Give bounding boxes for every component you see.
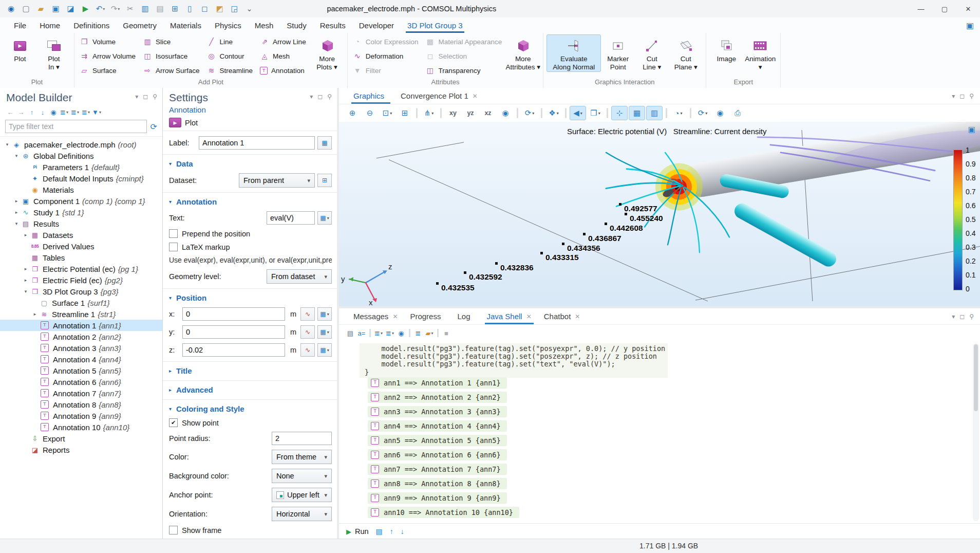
shell-result-row[interactable]: T ann1 ==> Annotation 1 {ann1} <box>368 377 519 389</box>
qat-more-icon[interactable]: ⌄ <box>242 2 256 15</box>
go-to-source-button[interactable]: ⊞ <box>317 174 332 187</box>
shell-result-row[interactable]: T ann2 ==> Annotation 2 {ann2} <box>368 392 519 403</box>
maximize-button[interactable]: ▢ <box>933 0 956 17</box>
menu-tab[interactable]: Geometry <box>116 17 163 33</box>
tree-item[interactable]: T Annotation 6 {ann6} <box>0 376 162 388</box>
tree-filter-input[interactable] <box>5 120 147 133</box>
tree-item[interactable]: ◉ Materials <box>0 184 162 195</box>
console-tab[interactable]: Chatbot✕ <box>538 308 587 324</box>
menu-tab[interactable]: Developer <box>352 17 401 33</box>
save-as-icon[interactable]: ◪ <box>64 2 78 15</box>
menu-tab[interactable]: Home <box>33 17 67 33</box>
float-panel-icon[interactable]: ◻ <box>959 93 965 100</box>
plot-in-button[interactable]: PlotIn ▾ <box>37 34 71 72</box>
color-legend-icon[interactable]: ▥ <box>646 106 663 120</box>
range-button[interactable]: ∿ <box>300 325 315 339</box>
move-up-icon[interactable]: ↑ <box>27 106 37 118</box>
show-frame-row[interactable]: Show frame <box>169 526 332 534</box>
comsol-logo[interactable]: ◉ <box>4 2 18 15</box>
evaluate-along-normal-button[interactable]: EvaluateAlong Normal <box>546 34 601 72</box>
graphics-tab[interactable]: Graphics <box>347 88 394 104</box>
panel-menu-icon[interactable]: ▾ <box>952 93 955 100</box>
tree-item[interactable]: ▾ ❒ 3D Plot Group 3 {pg3} <box>0 286 162 297</box>
panel-menu-icon[interactable]: ▾ <box>952 313 955 320</box>
menu-tab[interactable]: Materials <box>163 17 208 33</box>
view-menu-icon[interactable]: ❖ <box>545 106 562 120</box>
volume-item[interactable]: ❒ Volume <box>78 36 140 47</box>
tree-item[interactable]: ▸ ▣ Component 1 (comp 1) {comp 1} <box>0 195 162 207</box>
tree-expander-icon[interactable]: ▸ <box>22 278 30 283</box>
anchor-point-select[interactable]: Upper left <box>272 488 332 502</box>
tree-item[interactable]: ▸ ▦ Datasets <box>0 229 162 241</box>
toolbar-separator[interactable] <box>565 108 567 118</box>
duplicate-icon[interactable]: ⊞ <box>168 2 182 15</box>
label-input[interactable] <box>199 136 315 150</box>
streamline-item[interactable]: ≋ Streamline <box>205 65 257 76</box>
snapshot-icon[interactable]: ◉ <box>712 106 728 120</box>
history-up-icon[interactable]: ↑ <box>390 527 393 536</box>
range-button[interactable]: ∿ <box>300 343 315 357</box>
shell-result-row[interactable]: T ann3 ==> Annotation 3 {ann3} <box>368 406 519 417</box>
isosurface-item[interactable]: ◫ Isosurface <box>141 51 204 61</box>
latex-markup-checkbox[interactable] <box>169 243 178 251</box>
annotation-item[interactable]: T Annotation <box>258 66 310 76</box>
menu-tab[interactable]: Definitions <box>67 17 116 33</box>
menu-tab[interactable]: 3D Plot Group 3 <box>401 17 469 33</box>
filter-tree-icon[interactable]: ▼ <box>91 106 102 118</box>
toolbar-separator[interactable] <box>541 108 542 118</box>
tree-item[interactable]: ▸ ❒ Electric Field (ec) {pg2} <box>0 274 162 286</box>
tree-item[interactable]: T Annotation 2 {ann2} <box>0 331 162 342</box>
tree-item[interactable]: ▸ ≋ Streamline 1 {str1} <box>0 308 162 320</box>
run-button[interactable]: ▶ Run <box>346 527 369 536</box>
tree-expander-icon[interactable]: ▸ <box>12 198 21 204</box>
dataset-select[interactable]: From parent <box>239 173 315 188</box>
indent-less-icon[interactable]: ≣ <box>385 327 395 339</box>
tree-item[interactable]: 8.85 Derived Values <box>0 241 162 252</box>
show-grid-icon[interactable]: ▦ <box>629 106 645 120</box>
model-tree-node-icon[interactable]: ≣ <box>81 106 91 118</box>
position-input[interactable] <box>182 343 285 357</box>
show-point-checkbox[interactable] <box>169 418 178 427</box>
redo-icon[interactable]: ↷ <box>108 2 122 15</box>
graphics-tab[interactable]: Convergence Plot 1✕ <box>394 88 484 104</box>
annotation-section-header[interactable]: ▾ Annotation <box>169 197 332 206</box>
prepend-position-row[interactable]: Prepend the position <box>169 229 332 238</box>
shell-result-row[interactable]: T ann6 ==> Annotation 6 {ann6} <box>368 449 519 460</box>
line-item[interactable]: ╱ Line <box>205 36 257 47</box>
zoom-extents-icon[interactable]: ⊞ <box>397 106 413 120</box>
toolbar-separator[interactable] <box>409 329 410 337</box>
tree-item[interactable]: ✦ Default Model Inputs {cminpt} <box>0 173 162 184</box>
geometry-level-select[interactable]: From dataset <box>267 269 332 284</box>
collapse-all-icon[interactable]: ≣ <box>59 106 69 118</box>
minimize-button[interactable]: — <box>909 0 933 17</box>
tree-item[interactable]: Pi Parameters 1 {default} <box>0 161 162 173</box>
pin-panel-icon[interactable]: ⚲ <box>153 93 157 100</box>
position-input[interactable] <box>182 307 285 321</box>
tree-item[interactable]: ▸ ❒ Electric Potential (ec) {pg 1} <box>0 263 162 274</box>
close-tab-icon[interactable]: ✕ <box>575 313 580 320</box>
tree-item[interactable]: T Annotation 5 {ann5} <box>0 365 162 376</box>
position-section-header[interactable]: ▾ Position <box>169 293 332 302</box>
console-tab[interactable]: Log <box>451 308 480 324</box>
shell-result-row[interactable]: T ann8 ==> Annotation 8 {ann8} <box>368 478 519 489</box>
shell-result-row[interactable]: T ann5 ==> Annotation 5 {ann5} <box>368 435 519 446</box>
back-icon[interactable]: ← <box>5 106 15 118</box>
tree-item[interactable]: T Annotation 4 {ann4} <box>0 354 162 365</box>
arrow-volume-item[interactable]: ⇉ Arrow Volume <box>78 51 140 61</box>
title-section-header[interactable]: ▸ Title <box>169 366 332 375</box>
shell-result-row[interactable]: T ann9 ==> Annotation 9 {ann9} <box>368 492 519 504</box>
tree-item[interactable]: T Annotation 10 {ann10} <box>0 421 162 433</box>
tree-item[interactable]: T Annotation 7 {ann7} <box>0 388 162 399</box>
toolbar-separator[interactable] <box>690 108 691 118</box>
tree-item[interactable]: T Annotation 9 {ann9} <box>0 410 162 421</box>
zoom-box-icon[interactable]: ⊡ <box>379 106 395 120</box>
close-button[interactable]: ✕ <box>956 0 980 17</box>
rotate-view-icon[interactable]: ⟳ <box>521 106 538 120</box>
tree-item[interactable]: ▾ ⊛ Global Definitions <box>0 150 162 161</box>
shell-result-row[interactable]: T ann10 ==> Annotation 10 {ann10} <box>368 507 519 518</box>
arrow-line-item[interactable]: ⇗ Arrow Line <box>258 36 310 47</box>
pin-panel-icon[interactable]: ⚲ <box>969 313 974 320</box>
zoom-in-icon[interactable]: ⊕ <box>344 106 361 120</box>
indent-more-icon[interactable]: ≣ <box>373 327 384 339</box>
toolbar-separator[interactable] <box>666 108 667 118</box>
